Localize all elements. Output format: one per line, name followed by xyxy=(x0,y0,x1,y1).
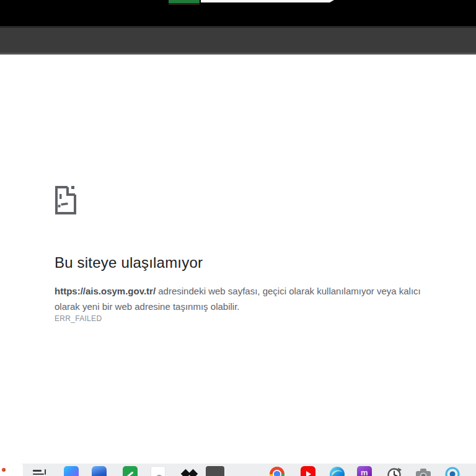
green-check-app-icon[interactable] xyxy=(122,466,138,476)
edge-icon[interactable] xyxy=(329,466,345,476)
taskbar-left-item[interactable] xyxy=(0,464,23,476)
error-page: Bu siteye ulaşılamıyor https://ais.osym.… xyxy=(0,55,476,464)
error-title: Bu siteye ulaşılamıyor xyxy=(55,254,426,271)
clock-app-icon[interactable] xyxy=(386,466,402,476)
blue-gem-app-icon[interactable] xyxy=(91,466,107,476)
green-check-tile xyxy=(123,466,138,476)
error-code: ERR_FAILED xyxy=(55,314,102,323)
chrome-icon[interactable] xyxy=(269,466,285,476)
white-tile xyxy=(151,466,165,476)
blue-gem-tile xyxy=(92,466,107,476)
mail-app-icon[interactable] xyxy=(63,466,79,476)
top-window-edge xyxy=(0,0,476,26)
blue-ring-app-icon[interactable] xyxy=(444,466,461,476)
toolbar-top-edge xyxy=(0,26,476,28)
dark-tile-app-icon[interactable] xyxy=(206,466,224,476)
sad-document-icon xyxy=(55,185,77,215)
error-message: https://ais.osym.gov.tr/ adresindeki web… xyxy=(55,283,429,314)
purple-tile xyxy=(357,466,372,476)
white-segment xyxy=(201,0,330,2)
task-list-icon[interactable] xyxy=(32,466,48,476)
maroon-segment xyxy=(169,3,200,5)
browser-toolbar-band xyxy=(0,26,476,55)
dark-tile xyxy=(206,466,224,476)
taskbar xyxy=(0,464,476,476)
red-tile xyxy=(301,466,315,476)
purple-office-app-icon[interactable] xyxy=(356,466,372,476)
red-media-app-icon[interactable] xyxy=(300,466,316,476)
white-segment-tip xyxy=(330,0,334,2)
black-diamonds-app-icon[interactable] xyxy=(182,466,198,476)
white-tile-app-icon[interactable] xyxy=(150,466,166,476)
notification-dot-icon xyxy=(2,468,6,472)
camera-app-icon[interactable] xyxy=(415,466,431,476)
mail-app-tile xyxy=(64,466,79,476)
error-url: https://ais.osym.gov.tr/ xyxy=(55,286,156,296)
